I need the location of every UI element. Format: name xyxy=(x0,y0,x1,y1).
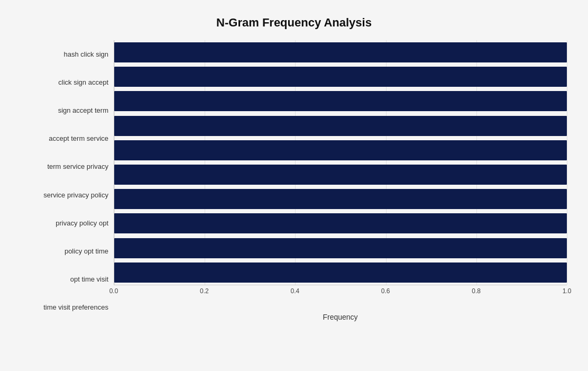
y-axis: hash click signclick sign acceptsign acc… xyxy=(21,40,114,321)
y-axis-label: policy opt time xyxy=(21,248,108,255)
bar-row xyxy=(114,40,567,65)
y-axis-label: term service privacy xyxy=(21,163,108,170)
y-axis-label: sign accept term xyxy=(21,107,108,114)
bar-row xyxy=(114,187,567,211)
x-tick-label: 0.4 xyxy=(290,287,299,295)
x-axis-label: Frequency xyxy=(114,313,567,321)
bar-row xyxy=(114,260,567,285)
bar-row xyxy=(114,89,567,113)
bar-row xyxy=(114,211,567,236)
bar-row xyxy=(114,138,567,162)
chart-container: N-Gram Frequency Analysis hash click sig… xyxy=(0,0,588,371)
bar xyxy=(114,140,567,160)
chart-body: hash click signclick sign acceptsign acc… xyxy=(21,40,567,321)
bar-row xyxy=(114,114,567,138)
bar xyxy=(114,189,567,209)
plot-area xyxy=(114,40,567,285)
bar xyxy=(114,91,567,111)
y-axis-label: click sign accept xyxy=(21,79,108,86)
x-tick-label: 0.2 xyxy=(200,287,209,295)
bar-row xyxy=(114,236,567,260)
x-tick-label: 1.0 xyxy=(563,287,572,295)
y-axis-label: opt time visit xyxy=(21,276,108,283)
grid-line xyxy=(567,40,567,285)
x-tick-label: 0.0 xyxy=(109,287,118,295)
x-tick-label: 0.6 xyxy=(381,287,390,295)
chart-title: N-Gram Frequency Analysis xyxy=(21,11,567,30)
x-tick-label: 0.8 xyxy=(472,287,481,295)
bar xyxy=(114,165,567,185)
y-axis-label: accept term service xyxy=(21,135,108,142)
bar-row xyxy=(114,162,567,187)
y-axis-label: time visit preferences xyxy=(21,304,108,311)
bar xyxy=(114,238,567,258)
bar xyxy=(114,116,567,136)
bar xyxy=(114,42,567,62)
bar xyxy=(114,213,567,233)
y-axis-label: service privacy policy xyxy=(21,192,108,198)
bar xyxy=(114,67,567,87)
bar-row xyxy=(114,65,567,89)
bar xyxy=(114,263,567,283)
y-axis-label: privacy policy opt xyxy=(21,220,108,227)
y-axis-label: hash click sign xyxy=(21,51,108,58)
